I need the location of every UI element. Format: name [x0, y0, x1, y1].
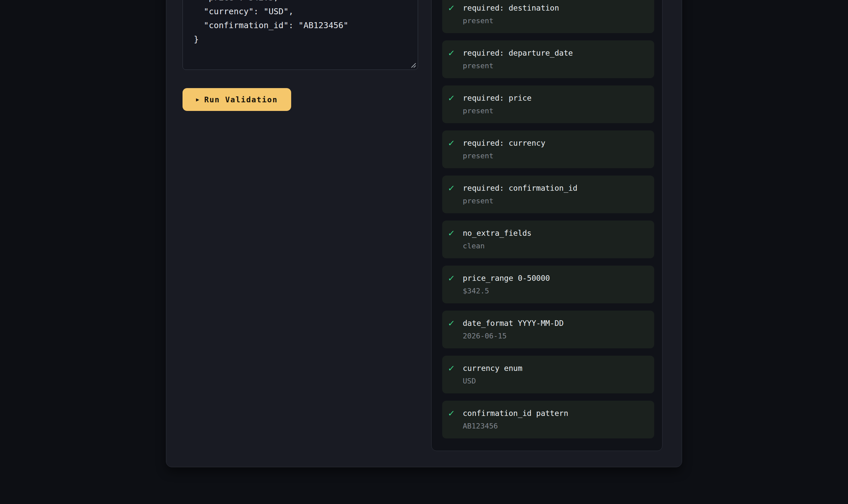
result-label: required: confirmation_id	[463, 184, 654, 192]
validation-result-card: ✓ no_extra_fields clean	[442, 220, 654, 258]
check-icon: ✓	[448, 319, 455, 328]
validation-result-card: ✓ confirmation_id pattern AB123456	[442, 401, 654, 438]
check-icon: ✓	[448, 3, 455, 13]
check-icon: ✓	[448, 273, 455, 283]
result-label: date_format YYYY-MM-DD	[463, 320, 654, 327]
result-detail: 2026-06-15	[463, 332, 654, 340]
validation-result-card: ✓ required: currency present	[442, 130, 654, 168]
result-label: currency enum	[463, 365, 654, 372]
run-validation-label: Run Validation	[204, 95, 278, 104]
result-detail: AB123456	[463, 422, 654, 430]
result-detail: present	[463, 107, 654, 114]
validation-result-card: ✓ required: confirmation_id present	[442, 176, 654, 213]
result-detail: present	[463, 62, 654, 70]
page-background: "price": 342.5, "currency": "USD", "conf…	[0, 0, 848, 504]
validation-result-card: ✓ price_range 0-50000 $342.5	[442, 266, 654, 303]
result-detail: clean	[463, 242, 654, 250]
result-detail: present	[463, 152, 654, 160]
validation-result-card: ✓ date_format YYYY-MM-DD 2026-06-15	[442, 311, 654, 348]
check-icon: ✓	[448, 93, 455, 103]
result-label: required: price	[463, 94, 654, 102]
results-list: ✓ required: destination present ✓ requir…	[442, 0, 654, 438]
run-validation-button[interactable]: ▶ Run Validation	[182, 88, 291, 111]
result-label: no_extra_fields	[463, 230, 654, 237]
result-detail: $342.5	[463, 287, 654, 295]
json-input[interactable]: "price": 342.5, "currency": "USD", "conf…	[182, 0, 418, 70]
validation-result-card: ✓ required: price present	[442, 86, 654, 123]
check-icon: ✓	[448, 409, 455, 418]
result-label: price_range 0-50000	[463, 274, 654, 282]
check-icon: ✓	[448, 229, 455, 238]
check-icon: ✓	[448, 48, 455, 58]
validation-result-card: ✓ required: departure_date present	[442, 40, 654, 78]
result-label: required: destination	[463, 4, 654, 12]
results-panel: ✓ required: destination present ✓ requir…	[431, 0, 662, 451]
result-detail: USD	[463, 378, 654, 385]
result-label: required: departure_date	[463, 49, 654, 57]
check-icon: ✓	[448, 364, 455, 373]
textarea-resize-handle-icon[interactable]	[409, 61, 417, 69]
validation-result-card: ✓ required: destination present	[442, 0, 654, 33]
check-icon: ✓	[448, 139, 455, 148]
json-editor-container: "price": 342.5, "currency": "USD", "conf…	[182, 0, 418, 70]
play-icon: ▶	[196, 96, 199, 103]
result-detail: present	[463, 17, 654, 24]
result-detail: present	[463, 197, 654, 205]
check-icon: ✓	[448, 183, 455, 193]
validation-result-card: ✓ currency enum USD	[442, 356, 654, 393]
result-label: confirmation_id pattern	[463, 410, 654, 417]
validator-card: "price": 342.5, "currency": "USD", "conf…	[166, 0, 682, 467]
result-label: required: currency	[463, 139, 654, 147]
